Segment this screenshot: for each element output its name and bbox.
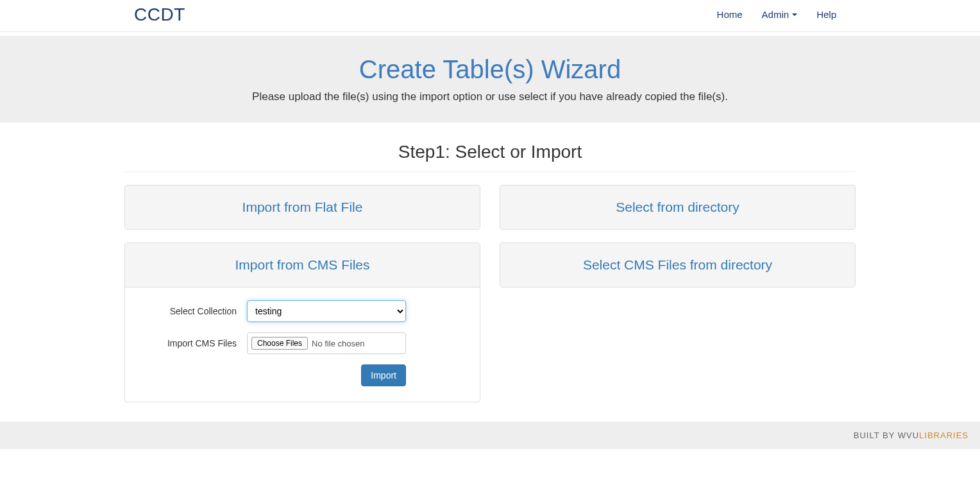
footer-built-by: BUILT BY xyxy=(854,431,898,440)
file-input[interactable]: Choose Files No file chosen xyxy=(247,332,406,354)
panel-row: Import from Flat File Import from CMS Fi… xyxy=(124,185,856,402)
page-title: Create Table(s) Wizard xyxy=(10,55,970,84)
panel-import-cms: Import from CMS Files Select Collection … xyxy=(124,243,480,402)
nav-home[interactable]: Home xyxy=(707,0,752,29)
panel-import-flat-file-header[interactable]: Import from Flat File xyxy=(125,185,480,229)
nav-admin[interactable]: Admin xyxy=(752,0,807,29)
files-label: Import CMS Files xyxy=(138,338,247,348)
brand-link[interactable]: CCDT xyxy=(134,1,185,29)
divider xyxy=(124,171,856,172)
panel-import-flat-file: Import from Flat File xyxy=(124,185,480,230)
caret-down-icon xyxy=(792,13,797,16)
panel-select-directory: Select from directory xyxy=(500,185,856,230)
nav-help[interactable]: Help xyxy=(807,0,846,29)
import-button[interactable]: Import xyxy=(361,364,406,386)
file-status: No file chosen xyxy=(312,339,364,348)
footer-libraries: LIBRARIES xyxy=(919,431,968,440)
collection-label: Select Collection xyxy=(138,306,247,316)
right-column: Select from directory Select CMS Files f… xyxy=(500,185,856,402)
primary-nav: Home Admin Help xyxy=(707,0,846,29)
footer: BUILT BY WVULIBRARIES xyxy=(0,422,980,449)
left-column: Import from Flat File Import from CMS Fi… xyxy=(124,185,480,402)
panel-import-cms-header[interactable]: Import from CMS Files xyxy=(125,243,480,287)
collection-row: Select Collection testing xyxy=(138,300,467,322)
page-subtitle: Please upload the file(s) using the impo… xyxy=(10,90,970,103)
choose-files-button[interactable]: Choose Files xyxy=(251,337,308,350)
footer-org: WVU xyxy=(898,431,919,440)
panel-select-cms-directory: Select CMS Files from directory xyxy=(500,243,856,287)
main-content: Step1: Select or Import Import from Flat… xyxy=(124,123,856,422)
step-title: Step1: Select or Import xyxy=(124,142,856,162)
panel-select-directory-header[interactable]: Select from directory xyxy=(500,185,855,229)
panel-import-cms-body: Select Collection testing Import CMS Fil… xyxy=(125,287,480,402)
collection-select[interactable]: testing xyxy=(247,300,406,322)
navbar: CCDT Home Admin Help xyxy=(0,0,980,32)
jumbotron: Create Table(s) Wizard Please upload the… xyxy=(0,36,980,123)
nav-admin-label: Admin xyxy=(762,9,790,20)
files-row: Import CMS Files Choose Files No file ch… xyxy=(138,332,467,354)
panel-select-cms-directory-header[interactable]: Select CMS Files from directory xyxy=(500,243,855,287)
